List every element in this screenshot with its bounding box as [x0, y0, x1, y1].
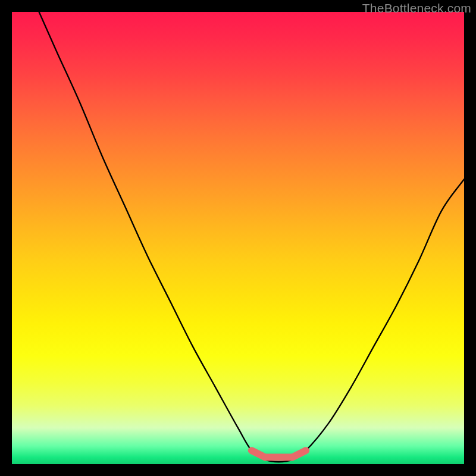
flat-region-highlight [252, 450, 306, 457]
bottleneck-curve [39, 12, 464, 462]
watermark-text: TheBottleneck.com [362, 1, 471, 15]
plot-area [12, 12, 464, 464]
chart-svg [12, 12, 464, 464]
chart-frame: TheBottleneck.com [0, 0, 476, 476]
